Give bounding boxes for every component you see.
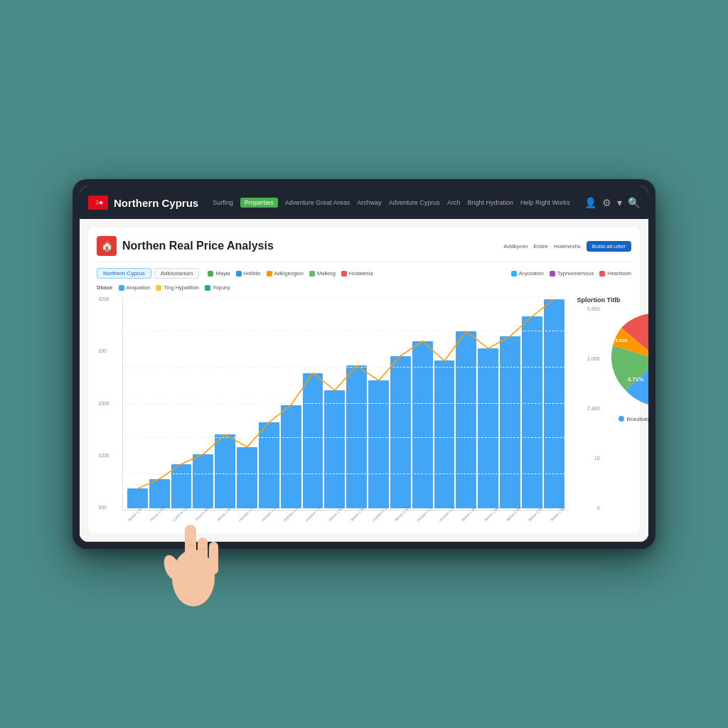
legend-dot-7 <box>205 285 210 291</box>
legend-adki: Adkiglorgion <box>267 270 304 277</box>
legend-hodatesla: Hodatesla <box>341 270 373 277</box>
bar-item <box>434 360 455 508</box>
bar-item <box>127 488 148 508</box>
pie-chart-svg: 4.5% 3.71% 5.82% 1.35% <box>606 306 648 413</box>
bar-item <box>237 447 257 508</box>
content-card: 🏠 Northen Real Price Analysis Addkyron E… <box>88 228 640 533</box>
second-legend-row: Dbase Anquation Ting Hypatition Yopuny <box>97 284 631 291</box>
hand-svg <box>158 510 229 610</box>
svg-rect-4 <box>209 542 218 574</box>
second-legend-label: Dbase <box>97 284 113 291</box>
bar-item <box>390 356 411 508</box>
bar-item <box>149 479 170 509</box>
brand-title: Northern Cyprus <box>114 197 198 209</box>
legend-anquation: Anquation <box>119 284 151 291</box>
chart-legend: Mayla Holiblic Adkiglorgion <box>208 270 373 277</box>
nav-archway[interactable]: Archway <box>357 199 382 206</box>
grid-line-5 <box>123 437 569 438</box>
turkey-flag-icon <box>88 196 108 210</box>
grid-line-6 <box>123 473 569 474</box>
legend-holiblic: Holiblic <box>236 270 261 277</box>
header-entire-btn[interactable]: Entire <box>533 243 548 250</box>
card-title-area: 🏠 Northen Real Price Analysis <box>97 236 274 256</box>
search-icon[interactable]: 🔍 <box>628 197 640 208</box>
legend-holiblic-dot <box>236 271 242 277</box>
legend-ting: Ting Hypatition <box>156 284 199 291</box>
grid-line-3 <box>123 367 569 368</box>
y-label-5: £90 <box>99 348 109 353</box>
nav-adventure-cyprus[interactable]: Adventure Cyprus <box>389 199 440 206</box>
legend-yopuny: Yopuny <box>205 284 230 291</box>
bar-item <box>368 380 389 508</box>
pie-section-title: Splortion Titlb Jalsuyn <box>577 296 648 304</box>
header-primary-btn[interactable]: Bulid-all-utter <box>587 241 631 252</box>
tablet-frame: Northern Cyprus Surfing Properties Adven… <box>73 179 655 549</box>
filter-legend-row: Northern Cyprus Adkisolarium Mayla Holib… <box>97 268 631 279</box>
legend-dot-1 <box>511 271 517 277</box>
legend-acyoration: Acyoration <box>511 270 544 277</box>
pie-label-green: 3.71% <box>627 376 643 382</box>
pie-svg-area: 4.5% 3.71% 5.82% 1.35% <box>606 306 648 525</box>
pie-legend-beautibaly: Beautibaly <box>619 416 648 422</box>
dropdown-icon[interactable]: ▾ <box>617 197 622 208</box>
card-header-actions: Addkyron Entire Holeneshs Bulid-all-utte… <box>503 241 631 252</box>
grid-line-2 <box>123 331 569 331</box>
legend-dot-6 <box>156 285 161 291</box>
pie-label-orange: 5.82% <box>615 338 628 343</box>
nav-help[interactable]: Help Right Works <box>520 199 570 206</box>
filter-northern-cyprus[interactable]: Northern Cyprus <box>97 268 151 279</box>
tablet-wrapper: Northern Cyprus Surfing Properties Adven… <box>73 179 655 577</box>
nav-right-icons: 👤 ⚙ ▾ 🔍 <box>584 197 640 208</box>
filter-adkisolarium[interactable]: Adkisolarium <box>154 268 200 279</box>
settings-icon[interactable]: ⚙ <box>602 197 611 208</box>
y-label-3: £200 <box>99 453 109 458</box>
filter-tabs: Northern Cyprus Adkisolarium <box>97 268 199 279</box>
header-addkyron-btn[interactable]: Addkyron <box>503 243 528 250</box>
pie-chart-content: 5,600 2,000 2,400 10 0 <box>577 306 648 525</box>
legend-dot-3 <box>599 271 605 277</box>
tablet-screen: Northern Cyprus Surfing Properties Adven… <box>80 186 648 542</box>
bar-item <box>193 454 213 508</box>
bar-item <box>500 336 520 508</box>
bar-item <box>522 316 542 508</box>
bar-chart-wrapper: £200 £90 £300 £200 £00 <box>97 296 569 525</box>
card-logo-icon: 🏠 <box>97 236 117 256</box>
legend-malking-dot <box>309 271 315 277</box>
bar-item <box>171 464 192 508</box>
content-area: 🏠 Northen Real Price Analysis Addkyron E… <box>80 219 648 542</box>
legend-dot-2 <box>550 271 555 277</box>
grid-line-4 <box>123 403 569 404</box>
top-navigation: Northern Cyprus Surfing Properties Adven… <box>80 186 648 219</box>
legend-adki-dot <box>267 271 272 277</box>
nav-arch[interactable]: Arch <box>447 199 461 206</box>
bar-item <box>456 331 476 508</box>
legend-typhoo: Typhoonemous <box>550 270 594 277</box>
card-header: 🏠 Northen Real Price Analysis Addkyron E… <box>97 236 631 262</box>
bar-item <box>303 373 323 508</box>
y-axis: £200 £90 £300 £200 £00 <box>99 296 109 510</box>
nav-items: Surfing Properties Adventure Great Areas… <box>213 198 576 208</box>
pie-chart-wrapper: Splortion Titlb Jalsuyn 5,600 2,000 2,40… <box>577 296 648 525</box>
legend-malking: Malking <box>309 270 336 277</box>
svg-rect-3 <box>198 537 208 574</box>
bar-item <box>215 434 235 508</box>
pie-bottom-legend: Beautibaly Head Mis <box>619 416 648 422</box>
right-legend: Acyoration Typhoonemous Heartision <box>511 270 632 277</box>
legend-mayla-dot <box>208 271 213 277</box>
legend-mayla: Mayla <box>208 270 230 277</box>
y-label-6: £200 <box>99 296 109 301</box>
pie-y-axis: 5,600 2,000 2,400 10 0 <box>577 306 600 525</box>
bar-item <box>478 348 498 508</box>
nav-adventure[interactable]: Adventure Great Areas <box>285 199 350 206</box>
nav-bright[interactable]: Bright Hydration <box>467 199 513 206</box>
nav-surfing[interactable]: Surfing <box>213 199 233 206</box>
legend-heart: Heartision <box>599 270 631 277</box>
user-icon[interactable]: 👤 <box>584 197 596 208</box>
header-holeneshs-btn[interactable]: Holeneshs <box>554 243 581 250</box>
bar-item <box>324 390 345 508</box>
nav-properties[interactable]: Properties <box>240 198 278 208</box>
brand-logo: Northern Cyprus <box>88 196 198 210</box>
y-label-2: £00 <box>99 505 109 510</box>
charts-container: £200 £90 £300 £200 £00 <box>97 296 631 525</box>
grid-line-1 <box>123 296 569 297</box>
